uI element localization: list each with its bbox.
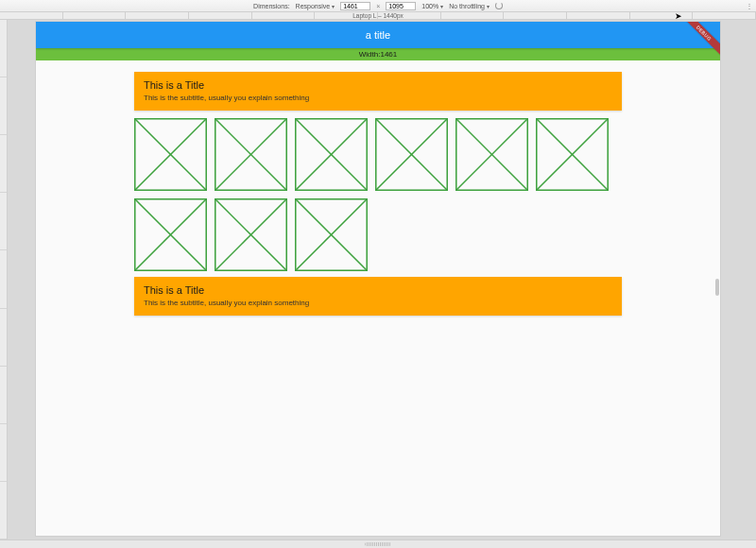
ruler-horizontal: Laptop L – 1440px ➤: [0, 12, 756, 20]
simulated-viewport: a title DEBUG Width: 1461 This is a Titl…: [36, 22, 720, 536]
image-placeholder: [455, 118, 528, 191]
throttling-dropdown[interactable]: No throttling: [449, 3, 490, 9]
scrollbar-vertical[interactable]: [714, 22, 720, 536]
scrollbar-thumb[interactable]: [715, 279, 719, 296]
image-placeholder: [134, 118, 207, 191]
width-banner-value: 1461: [380, 50, 397, 59]
app-bar-title: a title: [366, 29, 390, 41]
ruler-device-label: Laptop L – 1440px: [352, 12, 404, 20]
dimension-separator: ×: [376, 3, 380, 9]
kebab-menu-icon[interactable]: ⋮: [746, 2, 752, 10]
card-subtitle: This is the subtitle, usually you explai…: [144, 94, 612, 102]
image-placeholder: [134, 198, 207, 271]
title-card: This is a Title This is the subtitle, us…: [134, 277, 622, 316]
image-placeholder: [295, 118, 368, 191]
image-placeholder: [295, 198, 368, 271]
width-banner: Width: 1461: [36, 48, 720, 60]
image-placeholder: [375, 118, 448, 191]
viewport-width-input[interactable]: [340, 2, 370, 10]
app-bar: a title DEBUG: [36, 22, 720, 48]
placeholder-grid: [134, 118, 622, 271]
card-title: This is a Title: [144, 284, 612, 296]
rotate-icon[interactable]: [495, 2, 503, 9]
card-title: This is a Title: [144, 79, 612, 91]
width-banner-prefix: Width:: [359, 50, 381, 59]
card-subtitle: This is the subtitle, usually you explai…: [144, 299, 612, 307]
image-placeholder: [536, 118, 609, 191]
zoom-dropdown[interactable]: 100%: [421, 3, 443, 9]
devtools-drawer-handle[interactable]: [0, 539, 756, 548]
device-stage: a title DEBUG Width: 1461 This is a Titl…: [8, 20, 756, 539]
title-card: This is a Title This is the subtitle, us…: [134, 72, 622, 111]
image-placeholder: [215, 118, 287, 191]
device-toolbar: Dimensions: Responsive × 100% No throttl…: [0, 0, 756, 12]
drag-handle-icon: [365, 542, 391, 546]
page-content: This is a Title This is the subtitle, us…: [36, 60, 720, 316]
dimensions-label: Dimensions:: [253, 3, 290, 9]
image-placeholder: [215, 198, 287, 271]
device-preset-dropdown[interactable]: Responsive: [296, 3, 335, 9]
ruler-vertical: [0, 20, 8, 539]
app-root: a title DEBUG Width: 1461 This is a Titl…: [36, 22, 720, 536]
viewport-height-input[interactable]: [386, 2, 416, 10]
